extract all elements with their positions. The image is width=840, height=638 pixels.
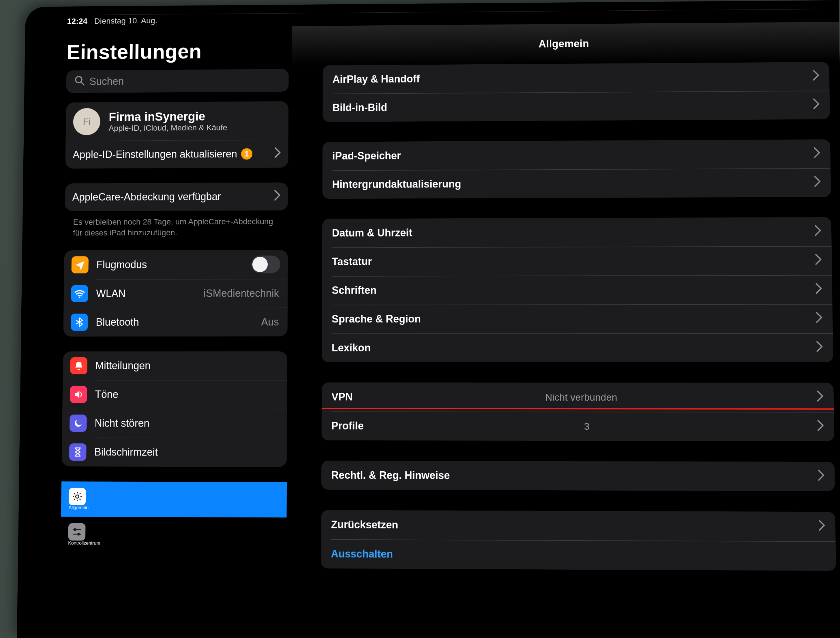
screentime-row[interactable]: Bildschirmzeit [62,437,287,467]
airplane-mode-row[interactable]: Flugmodus [64,250,288,280]
apple-id-card: Fi Firma inSynergie Apple-ID, iCloud, Me… [65,101,289,169]
search-icon [74,75,85,88]
vpn-value: Nicht verbunden [545,392,622,403]
chevron-right-icon [816,283,823,296]
profiles-row[interactable]: Profile 3 [322,411,834,441]
detail-pane: Allgemein AirPlay & Handoff Bild-in-Bild… [289,22,840,638]
hourglass-icon [69,443,87,461]
detail-group-2: iPad-Speicher Hintergrundaktualisierung [322,139,831,199]
wlan-label: WLAN [96,287,126,300]
detail-group-5: Rechtl. & Reg. Hinweise [321,461,835,491]
page-title: Einstellungen [66,39,289,64]
chevron-right-icon [818,469,825,483]
chevron-right-icon [816,312,823,325]
detail-group-4: VPN Nicht verbunden Profile 3 [322,382,834,441]
profiles-value: 3 [584,420,595,432]
apple-id-update-row[interactable]: Apple-ID-Einstellungen aktualisieren 1 [65,140,288,169]
notification-badge: 1 [241,148,253,160]
network-group: Flugmodus WLAN iSMedientechnik Bluetooth… [63,250,288,336]
storage-label: iPad-Speicher [332,150,401,162]
detail-group-1: AirPlay & Handoff Bild-in-Bild [322,62,830,122]
legal-row[interactable]: Rechtl. & Reg. Hinweise [321,461,835,491]
alerts-group: Mitteilungen Töne Nicht stören Bildschir… [62,351,287,467]
airplay-row[interactable]: AirPlay & Handoff [323,62,830,94]
airplane-label: Flugmodus [96,259,147,271]
gear-icon [69,488,86,505]
language-region-label: Sprache & Region [332,313,421,325]
dictionary-label: Lexikon [332,342,371,354]
fonts-row[interactable]: Schriften [322,275,832,305]
wifi-icon [71,285,88,302]
chevron-right-icon [817,390,824,404]
account-subtitle: Apple-ID, iCloud, Medien & Käufe [109,123,227,133]
general-label: Allgemein [69,505,89,510]
shutdown-row[interactable]: Ausschalten [321,539,836,571]
sliders-icon [68,523,85,540]
dictionary-row[interactable]: Lexikon [322,333,833,362]
notifications-icon [70,357,87,374]
chevron-right-icon [275,147,281,160]
bluetooth-icon [71,314,88,331]
system-group: Allgemein Kontrollzentrum [61,482,287,553]
date-time-label: Datum & Uhrzeit [332,227,412,239]
status-time: 12:24 [67,17,87,26]
applecare-row[interactable]: AppleCare-Abdeckung verfügbar [65,183,288,212]
detail-group-3: Datum & Uhrzeit Tastatur Schriften Sprac… [322,217,833,362]
date-time-row[interactable]: Datum & Uhrzeit [322,217,832,248]
pip-label: Bild-in-Bild [332,101,387,114]
chevron-right-icon [818,420,824,434]
chevron-right-icon [813,69,819,83]
airplane-icon [71,256,88,273]
language-region-row[interactable]: Sprache & Region [322,304,833,333]
chevron-right-icon [816,341,823,354]
apple-id-update-label: Apple-ID-Einstellungen aktualisieren [73,148,237,161]
search-field[interactable] [89,74,281,87]
keyboard-row[interactable]: Tastatur [322,246,832,276]
airplane-toggle[interactable] [251,255,280,273]
background-refresh-label: Hintergrundaktualisierung [332,178,461,190]
sounds-row[interactable]: Töne [62,380,287,409]
pip-row[interactable]: Bild-in-Bild [322,90,830,122]
apple-id-row[interactable]: Fi Firma inSynergie Apple-ID, iCloud, Me… [66,101,289,141]
applecare-footnote: Es verbleiben noch 28 Tage, um AppleCare… [64,216,288,238]
reset-label: Zurücksetzen [331,519,398,531]
airplay-label: AirPlay & Handoff [332,73,420,85]
reset-row[interactable]: Zurücksetzen [321,510,835,541]
chevron-right-icon [274,190,281,203]
applecare-card: AppleCare-Abdeckung verfügbar [65,183,288,212]
shutdown-label: Ausschalten [331,548,393,560]
chevron-right-icon [819,520,825,533]
control-center-label: Kontrollzentrum [68,540,100,546]
background-refresh-row[interactable]: Hintergrundaktualisierung [322,168,831,199]
vpn-row[interactable]: VPN Nicht verbunden [322,382,834,412]
chevron-right-icon [813,98,820,112]
detail-title: Allgemein [292,22,840,65]
applecare-label: AppleCare-Abdeckung verfügbar [72,191,221,203]
chevron-right-icon [815,254,822,267]
dnd-label: Nicht stören [95,417,149,429]
notifications-label: Mitteilungen [95,360,151,372]
profiles-label: Profile [332,420,364,432]
settings-sidebar: Einstellungen Fi Firma inSynergie Apple-… [50,26,292,638]
chevron-right-icon [814,147,821,161]
notifications-row[interactable]: Mitteilungen [63,351,287,380]
bluetooth-row[interactable]: Bluetooth Aus [63,308,287,336]
screentime-label: Bildschirmzeit [94,446,158,458]
legal-label: Rechtl. & Reg. Hinweise [331,469,450,482]
general-row[interactable]: Allgemein [61,482,287,518]
chevron-right-icon [814,176,821,189]
sounds-icon [70,385,87,403]
keyboard-label: Tastatur [332,256,372,268]
search-input[interactable] [66,69,289,93]
wlan-value: iSMedientechnik [204,287,280,299]
dnd-row[interactable]: Nicht stören [62,409,287,438]
control-center-row[interactable]: Kontrollzentrum [61,516,286,553]
fonts-label: Schriften [332,284,376,297]
bluetooth-label: Bluetooth [96,316,139,328]
wlan-row[interactable]: WLAN iSMedientechnik [63,279,287,308]
account-name: Firma inSynergie [109,110,227,124]
storage-row[interactable]: iPad-Speicher [322,139,831,170]
sounds-label: Töne [95,388,118,400]
avatar: Fi [73,108,100,135]
detail-group-6: Zurücksetzen Ausschalten [321,510,836,571]
